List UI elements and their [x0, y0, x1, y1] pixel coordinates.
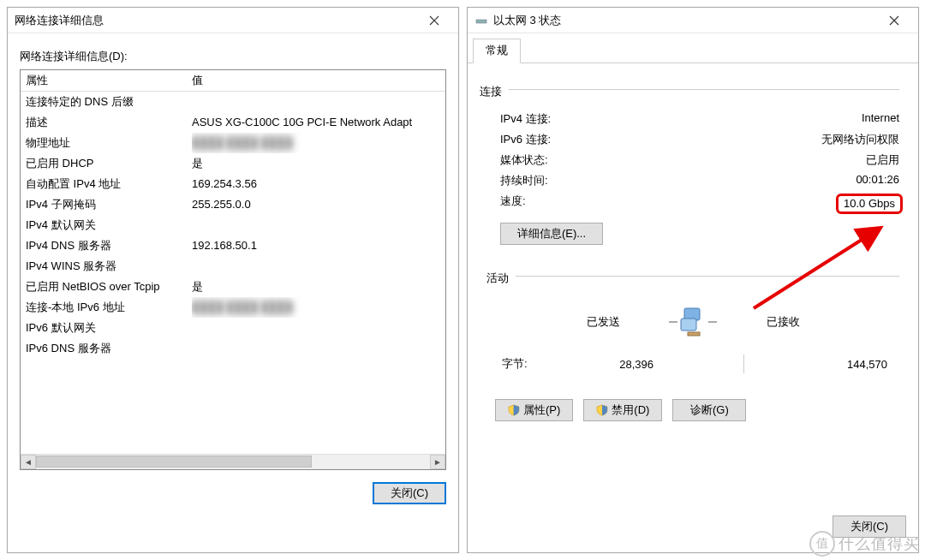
properties-button[interactable]: 属性(P)	[495, 399, 573, 421]
connection-row: 持续时间:00:01:26	[500, 173, 906, 188]
svg-point-2	[480, 21, 482, 22]
details-grid: 属性 值 连接特定的 DNS 后缀描述ASUS XG-C100C 10G PCI…	[20, 69, 446, 470]
scroll-right-arrow[interactable]: ►	[430, 455, 445, 469]
grid-header: 属性 值	[21, 70, 445, 92]
cell-property: IPv4 子网掩码	[24, 194, 192, 215]
cell-value: 是	[192, 153, 445, 174]
window-title: 网络连接详细信息	[15, 13, 415, 28]
connection-value: 已启用	[629, 152, 906, 168]
label-received: 已接收	[744, 314, 821, 330]
value-bytes-sent: 28,396	[588, 358, 692, 371]
disable-button[interactable]: 禁用(D)	[583, 399, 662, 421]
titlebar[interactable]: 网络连接详细信息	[8, 8, 458, 33]
shield-icon	[508, 404, 520, 416]
svg-point-3	[483, 21, 485, 22]
grid-row[interactable]: IPv6 DNS 服务器	[21, 338, 445, 359]
cell-value: 255.255.0.0	[192, 194, 445, 215]
window-body: 网络连接详细信息(D): 属性 值 连接特定的 DNS 后缀描述ASUS XG-…	[8, 33, 458, 516]
header-property[interactable]: 属性	[24, 70, 192, 91]
network-icon	[474, 14, 488, 27]
label-speed: 速度:	[500, 194, 629, 214]
cell-value	[192, 215, 445, 235]
connection-row: IPv6 连接:无网络访问权限	[500, 132, 906, 147]
cell-property: 自动配置 IPv4 地址	[24, 174, 192, 194]
tab-general[interactable]: 常规	[473, 39, 521, 63]
value-speed: 10.0 Gbps	[629, 194, 906, 214]
cell-property: IPv4 WINS 服务器	[24, 256, 192, 277]
grid-row[interactable]: IPv4 子网掩码255.255.0.0	[21, 194, 445, 215]
cell-property: IPv6 DNS 服务器	[24, 338, 192, 359]
label-sent: 已发送	[564, 314, 642, 330]
scroll-left-arrow[interactable]: ◄	[21, 455, 36, 469]
section-activity: 活动	[486, 271, 509, 286]
scroll-thumb[interactable]	[36, 456, 312, 468]
cell-value	[192, 92, 445, 112]
grid-row[interactable]: 已启用 NetBIOS over Tcpip是	[21, 277, 445, 297]
grid-body: 连接特定的 DNS 后缀描述ASUS XG-C100C 10G PCI-E Ne…	[21, 92, 445, 454]
divider	[516, 276, 899, 277]
close-icon	[429, 15, 439, 26]
svg-rect-7	[681, 319, 696, 331]
close-button[interactable]	[415, 9, 453, 33]
cell-property: 已启用 NetBIOS over Tcpip	[24, 277, 192, 297]
speed-highlight: 10.0 Gbps	[836, 194, 903, 214]
scroll-track[interactable]	[36, 455, 430, 469]
cell-value: 169.254.3.56	[192, 174, 445, 194]
window-title: 以太网 3 状态	[493, 13, 875, 28]
value-bytes-received: 144,570	[795, 358, 899, 371]
cell-property: IPv4 默认网关	[24, 215, 192, 235]
grid-row[interactable]: 物理地址████ ████ ████	[21, 133, 445, 153]
diagnose-button[interactable]: 诊断(G)	[672, 399, 746, 421]
details-button[interactable]: 详细信息(E)...	[500, 223, 603, 245]
cell-property: 连接特定的 DNS 后缀	[24, 92, 192, 112]
cell-value	[192, 256, 445, 277]
close-status-button[interactable]: 关闭(C)	[832, 515, 906, 538]
svg-point-1	[478, 21, 480, 22]
connection-label: 持续时间:	[500, 173, 629, 188]
horizontal-scrollbar[interactable]: ◄ ►	[21, 454, 445, 469]
grid-row[interactable]: IPv4 WINS 服务器	[21, 256, 445, 277]
cell-property: 物理地址	[24, 133, 192, 153]
close-icon	[889, 15, 899, 26]
shield-icon	[596, 404, 608, 416]
section-connection: 连接	[480, 84, 502, 99]
cell-value: ████ ████ ████	[192, 297, 445, 318]
cell-property: IPv6 默认网关	[24, 318, 192, 338]
grid-row[interactable]: IPv4 默认网关	[21, 215, 445, 235]
cell-property: 已启用 DHCP	[24, 153, 192, 174]
bytes-row: 字节: 28,396 144,570	[502, 354, 899, 373]
activity-icon	[642, 301, 744, 343]
cell-value: 是	[192, 277, 445, 297]
connection-value: 无网络访问权限	[629, 132, 906, 147]
svg-rect-8	[688, 332, 700, 336]
grid-row[interactable]: 描述ASUS XG-C100C 10G PCI-E Network Adapt	[21, 112, 445, 133]
label-bytes: 字节:	[502, 356, 588, 372]
connection-row: 媒体状态:已启用	[500, 152, 906, 168]
connection-value: 00:01:26	[629, 173, 906, 188]
status-window: 以太网 3 状态 常规 连接 IPv4 连接:InternetIPv6 连接:无…	[467, 7, 919, 553]
cell-property: 连接-本地 IPv6 地址	[24, 297, 192, 318]
cell-value: 192.168.50.1	[192, 235, 445, 256]
connection-label: IPv4 连接:	[500, 111, 629, 127]
header-value[interactable]: 值	[192, 70, 445, 91]
grid-row[interactable]: IPv4 DNS 服务器192.168.50.1	[21, 235, 445, 256]
close-button[interactable]	[875, 9, 913, 33]
grid-row[interactable]: 连接-本地 IPv6 地址████ ████ ████	[21, 297, 445, 318]
grid-row[interactable]: 连接特定的 DNS 后缀	[21, 92, 445, 112]
connection-row: IPv4 连接:Internet	[500, 111, 906, 127]
grid-row[interactable]: 已启用 DHCP是	[21, 153, 445, 174]
divider	[509, 89, 899, 90]
disable-button-label: 禁用(D)	[612, 402, 649, 418]
cell-value	[192, 318, 445, 338]
grid-row[interactable]: 自动配置 IPv4 地址169.254.3.56	[21, 174, 445, 194]
properties-button-label: 属性(P)	[523, 402, 560, 418]
close-details-button[interactable]: 关闭(C)	[373, 482, 446, 504]
cell-value: ASUS XG-C100C 10G PCI-E Network Adapt	[192, 112, 445, 133]
grid-row[interactable]: IPv6 默认网关	[21, 318, 445, 338]
details-window: 网络连接详细信息 网络连接详细信息(D): 属性 值 连接特定的 DNS 后缀描…	[7, 7, 459, 553]
titlebar[interactable]: 以太网 3 状态	[468, 8, 918, 33]
connection-value: Internet	[629, 111, 906, 127]
connection-label: 媒体状态:	[500, 152, 629, 168]
row-speed: 速度: 10.0 Gbps	[500, 194, 906, 214]
cell-property: 描述	[24, 112, 192, 133]
